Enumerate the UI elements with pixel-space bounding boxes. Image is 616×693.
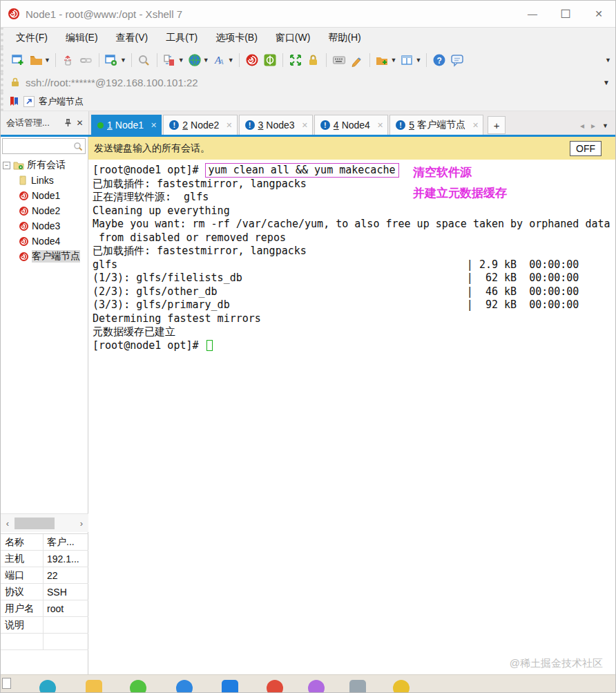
maximize-button[interactable]: ☐ (549, 1, 582, 27)
tab-node1[interactable]: 1 Node1 ✕ (91, 115, 162, 135)
tab-scroll-right-icon[interactable]: ▸ (591, 121, 595, 131)
tab-node2[interactable]: 2 Node2 ✕ (163, 115, 237, 135)
taskbar-partial-icon[interactable] (2, 678, 11, 689)
disconnect-icon[interactable] (59, 51, 77, 69)
dock-icon-folder[interactable] (86, 680, 102, 693)
menu-help[interactable]: 帮助(H) (328, 32, 360, 44)
tab-node3[interactable]: 3 Node3 ✕ (239, 115, 313, 135)
tab-close-icon[interactable]: ✕ (377, 121, 383, 130)
session-icon (19, 221, 29, 231)
new-folder-icon[interactable] (374, 51, 392, 69)
window-title: Node1 - root@www:/opt - Xshell 7 (26, 8, 516, 20)
new-file-transfer-icon[interactable] (161, 51, 179, 69)
web-dropdown-caret[interactable]: ▼ (203, 57, 209, 64)
web-icon[interactable] (186, 51, 204, 69)
transfer-dropdown-caret[interactable]: ▼ (178, 57, 184, 64)
bookmark-link-icon[interactable] (23, 96, 35, 107)
tree-item-node2[interactable]: Node2 (1, 203, 88, 218)
menu-edit[interactable]: 编辑(E) (66, 32, 98, 44)
new-tab-button[interactable]: + (488, 116, 506, 134)
find-icon[interactable] (135, 51, 153, 69)
menu-view[interactable]: 查看(V) (116, 32, 148, 44)
tab-client-node[interactable]: 5 客户端节点 ✕ (389, 115, 483, 135)
tree-item-node1[interactable]: Node1 (1, 188, 88, 203)
menu-window[interactable]: 窗口(W) (276, 32, 311, 44)
dock-icon-app-red[interactable] (267, 680, 283, 693)
session-search-input[interactable] (2, 138, 86, 154)
xftp-icon[interactable] (261, 51, 279, 69)
tab-close-icon[interactable]: ✕ (472, 121, 479, 130)
address-url[interactable]: ssh://root:******@192.168.100.101:22 (26, 77, 603, 88)
alert-icon (320, 120, 330, 130)
pin-icon[interactable] (62, 117, 74, 129)
bookmark-item[interactable]: 客户端节点 (39, 95, 84, 108)
dock-icon-app-blue[interactable] (176, 680, 193, 693)
compose-icon[interactable] (348, 51, 366, 69)
reconnect-icon[interactable] (77, 51, 95, 69)
tile-windows-icon[interactable] (398, 51, 416, 69)
menu-tools[interactable]: 工具(T) (166, 32, 198, 44)
menu-tabs[interactable]: 选项卡(B) (215, 32, 258, 44)
scroll-right-icon[interactable]: › (75, 518, 88, 529)
scroll-left-icon[interactable]: ‹ (1, 518, 15, 529)
tree-item-links[interactable]: Links (1, 173, 88, 188)
address-dropdown-caret[interactable]: ▼ (603, 79, 610, 86)
terminal-line: 已加载插件: fastestmirror, langpacks (93, 178, 615, 191)
terminal-line: 已加载插件: fastestmirror, langpacks (93, 245, 615, 258)
tab-close-icon[interactable]: ✕ (226, 121, 232, 130)
tab-close-icon[interactable]: ✕ (302, 121, 308, 130)
xshell-window: Node1 - root@www:/opt - Xshell 7 — ☐ ✕ 文… (0, 0, 616, 693)
new-folder-dropdown-caret[interactable]: ▼ (391, 57, 397, 64)
open-dropdown-caret[interactable]: ▼ (44, 57, 50, 64)
xshell-icon[interactable] (243, 51, 261, 69)
tab-bar: 会话管理... ✕ 1 Node1 ✕ 2 Node2 ✕ 3 Node3 ✕ (1, 111, 615, 135)
broadcast-input-bar: 发送键盘输入的所有会话。 OFF (88, 137, 615, 160)
new-session-icon[interactable] (9, 51, 27, 69)
collapse-icon[interactable]: − (3, 162, 10, 169)
menu-file[interactable]: 文件(F) (16, 32, 48, 44)
toolbar-overflow-caret[interactable]: ▼ (605, 57, 611, 64)
tree-item-node3[interactable]: Node3 (1, 218, 88, 234)
dock-icon-office[interactable] (393, 680, 410, 693)
broadcast-text: 发送键盘输入的所有会话。 (94, 142, 570, 155)
tree-root-all-sessions[interactable]: − 所有会话 (1, 158, 88, 173)
chat-icon[interactable] (448, 51, 466, 69)
watermark: @稀土掘金技术社区 (510, 657, 603, 670)
table-row: 端口 22 (1, 567, 88, 584)
dock-icon-browser[interactable] (39, 680, 56, 693)
full-screen-icon[interactable] (287, 51, 305, 69)
terminal[interactable]: [root@node1 opt]# yum clean all && yum m… (88, 160, 615, 674)
dock-icon-notepad[interactable] (349, 680, 366, 693)
tab-list-caret[interactable]: ▼ (602, 122, 608, 129)
session-icon (19, 251, 29, 262)
menu-bar: 文件(F) 编辑(E) 查看(V) 工具(T) 选项卡(B) 窗口(W) 帮助(… (1, 27, 615, 48)
dock-icon-messenger[interactable] (130, 680, 146, 693)
lock-screen-icon[interactable] (305, 51, 323, 69)
tab-label: Node1 (115, 120, 144, 131)
close-button[interactable]: ✕ (582, 1, 615, 27)
virtual-keyboard-icon[interactable] (330, 51, 348, 69)
scrollbar-thumb[interactable] (15, 518, 55, 529)
tile-dropdown-caret[interactable]: ▼ (416, 57, 422, 64)
font-dropdown-caret[interactable]: ▼ (228, 57, 234, 64)
properties-dropdown-caret[interactable]: ▼ (120, 57, 126, 64)
panel-close-icon[interactable]: ✕ (74, 117, 86, 129)
tree-item-client-node[interactable]: 客户端节点 (1, 249, 88, 264)
help-icon[interactable]: ? (430, 51, 448, 69)
tree-item-node4[interactable]: Node4 (1, 234, 88, 249)
font-icon[interactable]: AA (211, 51, 229, 69)
address-bar[interactable]: ssh://root:******@192.168.100.101:22 ▼ (1, 73, 615, 92)
bookmark-flag-icon[interactable] (9, 96, 19, 107)
session-properties-icon[interactable] (103, 51, 121, 69)
taskbar-strip (1, 674, 615, 693)
tab-close-icon[interactable]: ✕ (151, 121, 157, 130)
terminal-line: 元数据缓存已建立 (93, 325, 615, 339)
broadcast-off-button[interactable]: OFF (570, 141, 601, 156)
tab-node4[interactable]: 4 Node4 ✕ (314, 115, 388, 135)
terminal-line: Determining fastest mirrors (93, 312, 615, 326)
dock-icon-app-purple[interactable] (308, 680, 325, 693)
tab-scroll-left-icon[interactable]: ◂ (580, 121, 584, 131)
open-icon[interactable] (27, 51, 45, 69)
minimize-button[interactable]: — (516, 1, 549, 27)
dock-icon-remote[interactable] (222, 680, 238, 693)
